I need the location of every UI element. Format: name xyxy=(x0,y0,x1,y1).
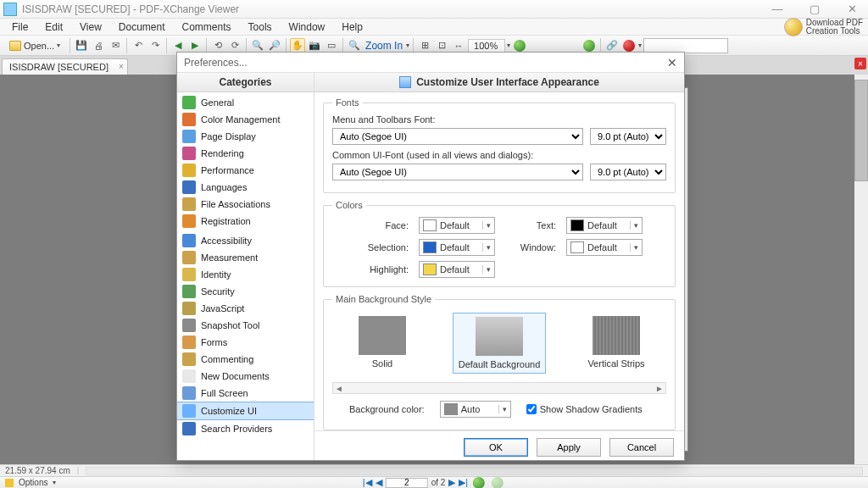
print-icon[interactable]: 🖨 xyxy=(91,38,106,53)
selection-color-label: Selection: xyxy=(332,242,409,252)
menu-font-size-select[interactable]: 9.0 pt (Auto) xyxy=(590,128,666,145)
prev-page-button[interactable]: ◀ xyxy=(376,477,382,488)
common-font-size-select[interactable]: 9.0 pt (Auto) xyxy=(590,164,666,180)
save-icon[interactable]: 💾 xyxy=(74,38,89,53)
menu-file[interactable]: File xyxy=(5,19,35,35)
apply-button[interactable]: Apply xyxy=(537,438,601,457)
common-font-select[interactable]: Auto (Segoe UI) xyxy=(332,164,583,180)
menu-edit[interactable]: Edit xyxy=(38,19,70,35)
category-page-display[interactable]: Page Display xyxy=(177,128,314,145)
category-identity[interactable]: Identity xyxy=(177,266,314,283)
find-icon[interactable]: 🔍 xyxy=(250,38,265,53)
actual-size-icon[interactable]: ⊞ xyxy=(417,38,432,53)
category-languages[interactable]: Languages xyxy=(177,179,314,196)
zoom-in-button[interactable] xyxy=(581,38,597,53)
hand-tool-icon[interactable]: ✋ xyxy=(290,38,305,53)
category-color-management[interactable]: Color Management xyxy=(177,111,314,128)
select-tool-icon[interactable]: ▭ xyxy=(324,38,339,53)
vertical-scrollbar[interactable] xyxy=(854,75,868,464)
window-color-picker[interactable]: Default▾ xyxy=(566,239,643,256)
category-forms[interactable]: Forms xyxy=(177,334,314,351)
category-commenting[interactable]: Commenting xyxy=(177,351,314,368)
menu-window[interactable]: Window xyxy=(282,19,332,35)
prev-view-button[interactable] xyxy=(471,475,487,489)
category-rendering[interactable]: Rendering xyxy=(177,145,314,162)
minimize-button[interactable]: — xyxy=(765,3,790,15)
category-performance[interactable]: Performance xyxy=(177,162,314,179)
menu-font-label: Menu and Toolbars Font: xyxy=(332,114,666,125)
menu-help[interactable]: Help xyxy=(335,19,370,35)
default-bg-thumb-icon xyxy=(476,317,523,356)
category-snapshot-tool[interactable]: Snapshot Tool xyxy=(177,317,314,334)
last-page-button[interactable]: ▶| xyxy=(459,477,468,488)
show-shadow-gradients-checkbox[interactable]: Show Shadow Gradients xyxy=(526,404,643,414)
zoom-tool-icon[interactable]: 🔍 xyxy=(347,38,362,53)
category-customize-ui[interactable]: Customize UI xyxy=(177,402,314,420)
bg-color-picker[interactable]: Auto▾ xyxy=(440,401,511,418)
first-page-button[interactable]: |◀ xyxy=(363,477,372,488)
zoom-percent-field[interactable]: 100% xyxy=(468,39,505,53)
search-panel-icon[interactable]: 🔎 xyxy=(267,38,282,53)
selection-color-picker[interactable]: Default▾ xyxy=(419,239,495,256)
bg-style-default[interactable]: Default Background xyxy=(453,313,546,374)
text-color-picker[interactable]: Default▾ xyxy=(566,217,643,234)
nav-fwd-icon[interactable]: ▶ xyxy=(187,38,203,53)
zoom-in-label[interactable]: Zoom In xyxy=(364,40,404,52)
menu-tools[interactable]: Tools xyxy=(242,19,279,35)
undo-icon[interactable]: ↶ xyxy=(131,38,146,53)
open-button[interactable]: Open...▾ xyxy=(3,39,66,53)
category-file-associations[interactable]: File Associations xyxy=(177,196,314,213)
strips-label: Vertical Strips xyxy=(570,358,663,369)
fonts-legend: Fonts xyxy=(332,97,363,108)
maximize-button[interactable]: ▢ xyxy=(802,3,827,15)
link-icon[interactable]: 🔗 xyxy=(604,38,620,53)
dialog-close-button[interactable]: ✕ xyxy=(667,56,677,69)
mail-icon[interactable]: ✉ xyxy=(108,38,123,53)
next-view-button[interactable] xyxy=(490,475,505,489)
rotate-ccw-icon[interactable]: ⟲ xyxy=(210,38,225,53)
zoom-slider[interactable] xyxy=(529,38,580,53)
category-label: Languages xyxy=(201,182,247,192)
menu-document[interactable]: Document xyxy=(112,19,172,35)
fit-width-icon[interactable]: ↔ xyxy=(451,38,466,53)
menu-comments[interactable]: Comments xyxy=(175,19,238,35)
face-color-picker[interactable]: Default▾ xyxy=(419,217,495,234)
menu-font-select[interactable]: Auto (Segoe UI) xyxy=(332,128,583,145)
bg-thumbs-scrollbar[interactable]: ◄► xyxy=(332,382,666,394)
redo-icon[interactable]: ↷ xyxy=(147,38,163,53)
horizontal-scrollbar[interactable] xyxy=(86,467,863,475)
ok-button[interactable]: OK xyxy=(464,438,528,457)
snapshot-icon[interactable]: 📷 xyxy=(307,38,322,53)
ask-icon[interactable] xyxy=(621,38,637,53)
fit-page-icon[interactable]: ⊡ xyxy=(434,38,449,53)
tab-close-icon[interactable]: × xyxy=(119,62,124,71)
toolbar-search-input[interactable] xyxy=(643,38,728,53)
category-icon xyxy=(182,130,196,143)
bg-style-strips[interactable]: Vertical Strips xyxy=(570,316,663,369)
category-new-documents[interactable]: New Documents xyxy=(177,368,314,385)
bg-style-solid[interactable]: Solid xyxy=(336,316,429,369)
category-accessibility[interactable]: Accessibility xyxy=(177,232,314,249)
category-search-providers[interactable]: Search Providers xyxy=(177,420,314,437)
category-general[interactable]: General xyxy=(177,94,314,111)
category-javascript[interactable]: JavaScript xyxy=(177,300,314,317)
page-number-input[interactable] xyxy=(386,478,428,488)
category-security[interactable]: Security xyxy=(177,283,314,300)
nav-back-icon[interactable]: ◀ xyxy=(170,38,186,53)
next-page-button[interactable]: ▶ xyxy=(448,477,455,488)
category-icon xyxy=(182,96,196,109)
options-button[interactable]: Options xyxy=(19,478,47,487)
zoom-out-button[interactable] xyxy=(512,38,527,53)
cancel-button[interactable]: Cancel xyxy=(609,438,674,457)
category-registration[interactable]: Registration xyxy=(177,213,314,230)
menu-view[interactable]: View xyxy=(73,19,108,35)
close-window-button[interactable]: ✕ xyxy=(839,3,865,15)
rotate-cw-icon[interactable]: ⟳ xyxy=(227,38,242,53)
category-measurement[interactable]: Measurement xyxy=(177,249,314,266)
document-tab[interactable]: ISISDRAW [SECURED] × xyxy=(2,58,128,75)
close-all-tabs-button[interactable]: × xyxy=(854,58,866,69)
category-full-screen[interactable]: Full Screen xyxy=(177,385,314,402)
category-icon xyxy=(182,352,196,366)
download-pdf-tools-button[interactable]: Download PDFCreation Tools xyxy=(784,18,863,36)
highlight-color-picker[interactable]: Default▾ xyxy=(419,261,495,278)
